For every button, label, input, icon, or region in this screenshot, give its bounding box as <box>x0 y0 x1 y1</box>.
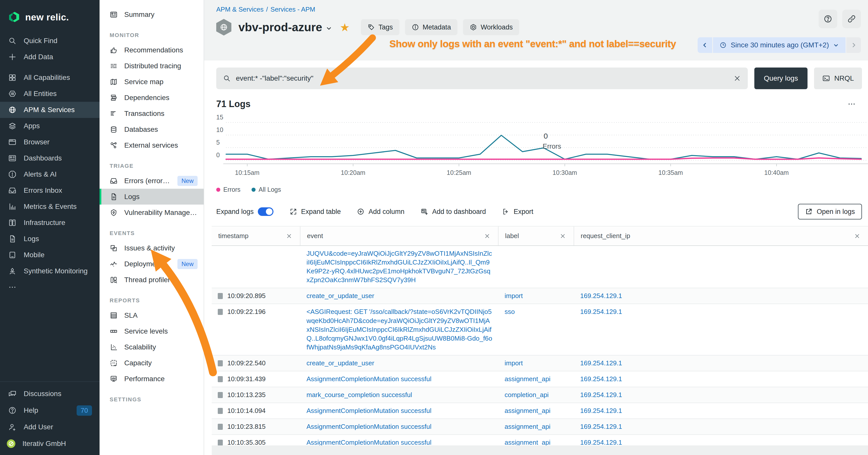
legend-item-all-logs[interactable]: All Logs <box>251 186 281 193</box>
sidebar-item-dashboards[interactable]: Dashboards <box>0 150 99 166</box>
request-client-ip-link[interactable]: 169.254.129.1 <box>580 375 622 383</box>
sidebar-item-all-capabilities[interactable]: All Capabilities <box>0 69 99 86</box>
sidebar-item-synthetic-monitoring[interactable]: Synthetic Monitoring <box>0 263 99 279</box>
remove-column-button[interactable] <box>559 233 568 239</box>
chevron-down-icon[interactable] <box>326 25 332 32</box>
sidebar-item-infrastructure[interactable]: Infrastructure <box>0 215 99 231</box>
log-row-marker[interactable] <box>218 309 223 315</box>
log-row-marker[interactable] <box>218 440 223 446</box>
sidebar-footer-item-add-user[interactable]: Add User <box>0 419 99 435</box>
chart-menu-button[interactable] <box>847 100 856 108</box>
subnav-item-service-map[interactable]: Service map <box>99 74 204 90</box>
nrql-button[interactable]: NRQL <box>814 67 862 89</box>
brand-logo[interactable]: new relic. <box>0 0 99 27</box>
export-button[interactable]: Export <box>502 208 533 216</box>
request-client-ip-link[interactable]: 169.254.129.1 <box>580 391 622 398</box>
event-link[interactable]: create_or_update_user <box>307 292 374 299</box>
event-link[interactable]: AssignmentCompletionMutation successful <box>307 375 432 383</box>
log-row-marker[interactable] <box>218 408 223 414</box>
sidebar-item-mobile[interactable]: Mobile <box>0 247 99 263</box>
subnav-item-deployments[interactable]: DeploymentsNew <box>99 256 204 272</box>
page-title[interactable]: vbv-prod-azure <box>239 21 322 34</box>
sidebar-footer-item-help[interactable]: Help70 <box>0 402 99 419</box>
log-row-marker[interactable] <box>218 376 223 382</box>
event-link[interactable]: <ASGIRequest: GET '/sso/callback/?state=… <box>307 308 492 351</box>
sidebar-item-apps[interactable]: Apps <box>0 118 99 134</box>
event-link[interactable]: JUQVU&code=eyJraWQiOiJjcGltY29yZV8wOTI1M… <box>307 250 492 284</box>
subnav-item-dependencies[interactable]: Dependencies <box>99 90 204 105</box>
sidebar-item-apm-services[interactable]: APM & Services <box>0 102 99 118</box>
sidebar-item-add-data[interactable]: Add Data <box>0 49 99 65</box>
label-link[interactable]: assignment_api <box>504 407 551 415</box>
event-link[interactable]: AssignmentCompletionMutation successful <box>307 423 432 430</box>
request-client-ip-link[interactable]: 169.254.129.1 <box>580 423 622 430</box>
breadcrumb-services-apm[interactable]: Services - APM <box>271 5 315 13</box>
label-link[interactable]: completion_api <box>504 391 549 398</box>
subnav-item-recommendations[interactable]: Recommendations <box>99 42 204 58</box>
label-link[interactable]: assignment_api <box>504 423 551 430</box>
table-row[interactable]: 10:10:14.094AssignmentCompletionMutation… <box>212 403 868 419</box>
add-to-dashboard-button[interactable]: Add to dashboard <box>421 208 486 216</box>
event-link[interactable]: mark_course_completion successful <box>307 391 412 398</box>
subnav-item-summary[interactable]: Summary <box>99 6 204 23</box>
sidebar-footer-item-discussions[interactable]: Discussions <box>0 386 99 402</box>
subnav-item-thread-profiler[interactable]: Thread profiler <box>99 272 204 288</box>
query-logs-button[interactable]: Query logs <box>754 67 807 89</box>
subnav-item-issues-activity[interactable]: Issues & activity <box>99 240 204 256</box>
time-range-next-button[interactable] <box>846 37 861 53</box>
remove-column-button[interactable] <box>484 233 493 239</box>
subnav-item-logs[interactable]: Logs <box>99 189 204 204</box>
sidebar-item-browser[interactable]: Browser <box>0 134 99 150</box>
sidebar-item-alerts-ai[interactable]: Alerts & AI <box>0 166 99 183</box>
log-row-marker[interactable] <box>218 392 223 398</box>
subnav-item-service-levels[interactable]: Service levels <box>99 323 204 339</box>
remove-column-button[interactable] <box>286 233 295 239</box>
time-range-selector[interactable]: Since 30 minutes ago (GMT+2) <box>713 37 845 53</box>
request-client-ip-link[interactable]: 169.254.129.1 <box>580 359 622 367</box>
sidebar-item-more[interactable] <box>0 279 99 295</box>
event-link[interactable]: create_or_update_user <box>307 359 374 367</box>
label-link[interactable]: import <box>504 292 523 299</box>
subnav-item-performance[interactable]: Performance <box>99 371 204 387</box>
subnav-item-databases[interactable]: Databases <box>99 122 204 137</box>
sidebar-item-metrics-events[interactable]: Metrics & Events <box>0 198 99 215</box>
table-row[interactable]: JUQVU&code=eyJraWQiOiJjcGltY29yZV8wOTI1M… <box>212 246 868 288</box>
table-row[interactable]: 10:10:23.815AssignmentCompletionMutation… <box>212 419 868 435</box>
remove-column-button[interactable] <box>854 233 863 239</box>
log-query-input[interactable] <box>236 74 728 83</box>
table-row[interactable]: 10:09:20.895create_or_update_userimport1… <box>212 288 868 304</box>
event-link[interactable]: AssignmentCompletionMutation successful <box>307 407 432 415</box>
breadcrumb-apm-services[interactable]: APM & Services <box>216 5 264 13</box>
workloads-button[interactable]: Workloads <box>463 19 519 35</box>
request-client-ip-link[interactable]: 169.254.129.1 <box>580 292 622 299</box>
table-row[interactable]: 10:10:13.235mark_course_completion succe… <box>212 387 868 403</box>
table-row[interactable]: 10:09:22.540create_or_update_userimport1… <box>212 356 868 371</box>
time-range-prev-button[interactable] <box>698 37 712 53</box>
table-row[interactable]: 10:09:22.196<ASGIRequest: GET '/sso/call… <box>212 304 868 355</box>
expand-logs-toggle[interactable] <box>258 207 274 216</box>
log-row-marker[interactable] <box>218 293 223 299</box>
sidebar-item-all-entities[interactable]: All Entities <box>0 86 99 102</box>
sidebar-item-errors-inbox[interactable]: Errors Inbox <box>0 183 99 198</box>
sidebar-footer-item-iterativ-gmbh[interactable]: Iterativ GmbH <box>0 435 99 452</box>
subnav-item-distributed-tracing[interactable]: Distributed tracing <box>99 58 204 74</box>
subnav-item-sla[interactable]: SLA <box>99 307 204 323</box>
log-row-marker[interactable] <box>218 424 223 430</box>
add-column-button[interactable]: Add column <box>357 208 404 216</box>
subnav-item-vulnerability-management[interactable]: Vulnerability Management <box>99 204 204 221</box>
logs-timeseries-chart[interactable]: 05101510:15am10:20am10:25am10:30am10:35a… <box>216 110 862 184</box>
log-row-marker[interactable] <box>218 360 223 366</box>
subnav-item-capacity[interactable]: Capacity <box>99 355 204 371</box>
subnav-item-external-services[interactable]: External services <box>99 137 204 153</box>
event-link[interactable]: AssignmentCompletionMutation successful <box>307 438 432 446</box>
legend-item-errors[interactable]: Errors <box>216 186 241 193</box>
label-link[interactable]: assignment_api <box>504 438 551 446</box>
request-client-ip-link[interactable]: 169.254.129.1 <box>580 407 622 415</box>
clear-query-button[interactable] <box>733 74 741 83</box>
label-link[interactable]: sso <box>504 308 515 316</box>
open-in-logs-button[interactable]: Open in logs <box>798 204 862 220</box>
subnav-item-errors-errors-inb[interactable]: Errors (errors inb...New <box>99 173 204 189</box>
request-client-ip-link[interactable]: 169.254.129.1 <box>580 438 622 446</box>
sidebar-item-logs[interactable]: Logs <box>0 231 99 247</box>
request-client-ip-link[interactable]: 169.254.129.1 <box>580 308 622 316</box>
